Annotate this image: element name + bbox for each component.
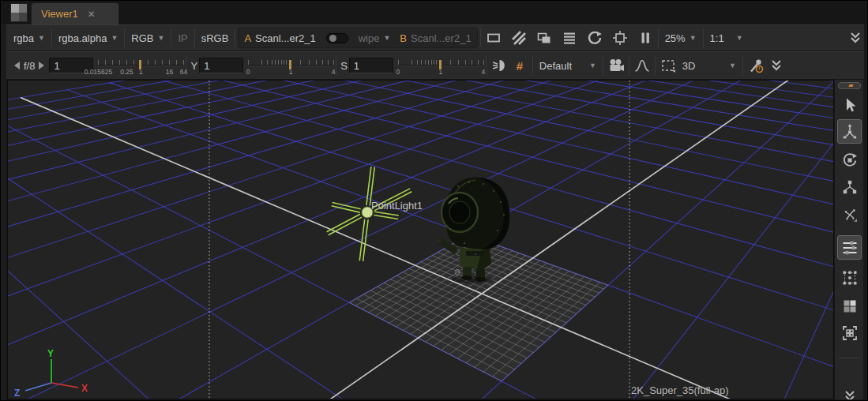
layer-dropdown[interactable]: rgba.alpha▼ xyxy=(54,28,122,47)
pane-splitter-icon[interactable] xyxy=(10,3,28,22)
slider-label: 4 xyxy=(332,68,336,76)
character-part xyxy=(457,186,459,187)
grid-line xyxy=(324,81,834,391)
viewer-handle[interactable] xyxy=(838,82,861,89)
camera-icon[interactable] xyxy=(606,56,626,75)
tab-bar: Viewer1 ✕ xyxy=(1,1,868,24)
wipe-mode-dropdown[interactable]: wipe▼ xyxy=(355,28,395,47)
light-ray xyxy=(374,215,399,219)
slider-label: 0 xyxy=(246,68,250,76)
slider-handle[interactable] xyxy=(138,59,142,70)
axis-gizmo: YXZ xyxy=(14,348,88,399)
quad-view-tool[interactable] xyxy=(837,294,862,318)
separator xyxy=(124,28,125,47)
collapse-toolbar-icon[interactable] xyxy=(845,28,866,47)
grid-line xyxy=(8,115,834,399)
slider-handle[interactable] xyxy=(288,59,292,70)
headlight-icon[interactable] xyxy=(489,56,509,75)
collapse-toolbar-icon[interactable] xyxy=(766,56,787,75)
wipe-toggle[interactable] xyxy=(326,33,348,43)
character-part xyxy=(475,277,486,282)
input-process-button[interactable]: IP xyxy=(174,28,191,47)
ab-compare-group: A Scanl...er2_1 wipe▼ B Scanl...er2_1 xyxy=(238,28,477,48)
tab-viewer1[interactable]: Viewer1 ✕ xyxy=(31,2,119,24)
display-channel-dropdown[interactable]: RGB▼ xyxy=(127,28,168,47)
light-ray xyxy=(329,217,362,235)
manipulator-grid-tool[interactable] xyxy=(837,265,862,290)
grid-line xyxy=(8,81,688,399)
curve-icon[interactable] xyxy=(632,56,652,75)
gamma-label: Y xyxy=(189,56,199,75)
separator xyxy=(194,28,195,47)
character-part xyxy=(503,214,505,215)
rotate-tool[interactable] xyxy=(837,148,862,172)
view-mode-dropdown[interactable]: 3D▼ xyxy=(678,56,740,75)
point-light-label: PointLight1 xyxy=(371,200,423,212)
chevron-down-icon: ▼ xyxy=(38,34,45,42)
overlay-windows-icon[interactable] xyxy=(534,28,554,47)
point-light[interactable] xyxy=(327,167,412,261)
select-tool[interactable] xyxy=(837,92,862,117)
gain-slider[interactable]: 0.0156250.2511664 xyxy=(98,55,183,76)
slider-label: 0.25 xyxy=(120,68,133,76)
slider-label: 0 xyxy=(396,68,400,76)
gizmo-z-label: Z xyxy=(14,388,20,399)
scanlines-icon[interactable] xyxy=(559,28,580,47)
separator xyxy=(658,28,659,47)
saturation-input[interactable] xyxy=(349,58,393,73)
separator xyxy=(235,28,235,47)
light-ray xyxy=(327,214,360,232)
separator xyxy=(532,56,533,75)
eyedropper-icon[interactable] xyxy=(746,56,766,75)
format-outline-icon[interactable] xyxy=(483,28,504,47)
grid-line xyxy=(299,81,834,399)
collapse-toolbar-button[interactable] xyxy=(837,384,862,401)
character-part xyxy=(500,201,502,203)
chevron-down-icon: ▼ xyxy=(589,62,596,69)
pause-icon[interactable] xyxy=(635,28,656,47)
separator xyxy=(480,28,481,47)
input-a-dropdown[interactable]: A Scanl...er2_1 xyxy=(240,28,319,47)
viewport-3d[interactable]: 0,1PointLight1YXZ 2K_Super_35(full-ap) xyxy=(7,80,834,399)
saturation-label: S xyxy=(339,56,349,75)
viewport-3d-scene[interactable]: 0,1PointLight1YXZ xyxy=(8,81,834,399)
slider-handle[interactable] xyxy=(438,59,442,70)
lut-dropdown[interactable]: Default▼ xyxy=(535,56,600,75)
gizmo-y-label: Y xyxy=(47,348,54,359)
slider-tick xyxy=(333,60,334,65)
grid-line xyxy=(8,81,721,399)
grid-line xyxy=(8,81,834,399)
grid-line xyxy=(8,81,480,399)
hatch-proxy-icon[interactable] xyxy=(509,28,529,47)
slider-tick xyxy=(183,60,184,65)
fstop-increase-button[interactable] xyxy=(39,62,44,69)
gizmo-x-axis xyxy=(51,383,78,388)
refresh-icon[interactable] xyxy=(584,28,605,47)
zoom-level-dropdown[interactable]: 25%▼ xyxy=(661,28,701,47)
saturation-slider[interactable]: 014 xyxy=(398,55,483,76)
chevron-down-icon: ▼ xyxy=(111,34,118,42)
pixel-aspect-dropdown[interactable]: 1:1▼ xyxy=(706,28,747,47)
close-icon[interactable]: ✕ xyxy=(88,9,96,20)
channels-dropdown[interactable]: rgba▼ xyxy=(9,28,49,47)
fstop-label[interactable]: f/8 xyxy=(20,56,39,75)
character-part xyxy=(449,201,470,223)
input-b-dropdown[interactable]: B Scanl...er2_1 xyxy=(396,28,475,47)
wireframe-grid-icon[interactable]: # xyxy=(509,56,530,75)
gizmo-x-label: X xyxy=(81,383,88,394)
viewer-lut-button[interactable]: sRGB xyxy=(197,28,233,47)
transform-axes-tool[interactable] xyxy=(837,202,862,227)
marquee-icon[interactable] xyxy=(658,56,678,75)
gamma-slider[interactable]: 014 xyxy=(248,55,333,76)
grid-line xyxy=(8,81,441,399)
gamma-input[interactable] xyxy=(199,58,243,73)
character-part xyxy=(497,230,498,231)
roi-icon[interactable] xyxy=(610,28,630,47)
tab-label: Viewer1 xyxy=(41,8,78,20)
scale-tool[interactable] xyxy=(837,174,862,199)
fstop-decrease-button[interactable] xyxy=(14,62,20,69)
z-axis-line xyxy=(8,81,795,399)
frame-view-tool[interactable] xyxy=(837,320,862,345)
multi-slider-tool[interactable] xyxy=(837,235,862,260)
translate-tool[interactable] xyxy=(837,119,862,144)
